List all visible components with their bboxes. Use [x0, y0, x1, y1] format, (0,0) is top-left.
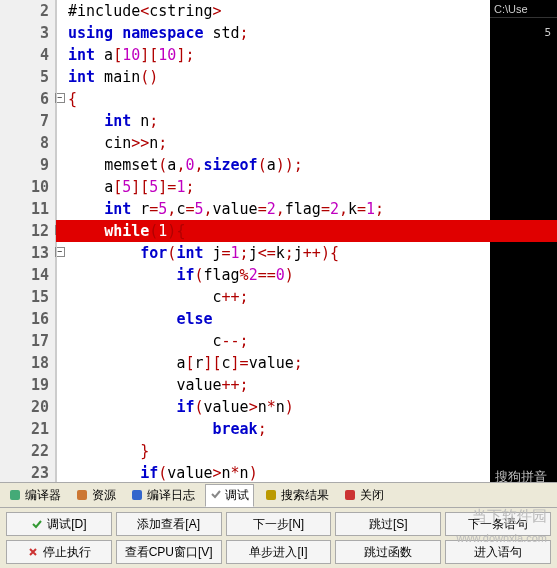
tab-icon	[130, 488, 144, 502]
code-line[interactable]: cin>>n;	[56, 132, 557, 154]
tab-搜索结果[interactable]: 搜索结果	[260, 485, 333, 506]
code-line[interactable]: int r=5,c=5,value=2,flag=2,k=1;	[56, 198, 557, 220]
debug-button-下一步[N][interactable]: 下一步[N]	[226, 512, 332, 536]
debug-button-下一条语句[interactable]: 下一条语句	[445, 512, 551, 536]
line-number: 7	[0, 110, 55, 132]
code-line[interactable]: a[r][c]=value;	[56, 352, 557, 374]
line-number: 20	[0, 396, 55, 418]
line-gutter: 23456−789101112−13−14151617181920212223	[0, 0, 56, 486]
tab-调试[interactable]: 调试	[205, 484, 254, 507]
line-number: 6−	[0, 88, 55, 110]
tab-label: 调试	[225, 487, 249, 504]
tab-icon	[343, 488, 357, 502]
bottom-bar: 编译器资源编译日志调试搜索结果关闭 调试[D]添加查看[A]下一步[N]跳过[S…	[0, 482, 557, 568]
tab-icon	[264, 488, 278, 502]
code-line[interactable]: {	[56, 88, 557, 110]
line-number: 12−	[0, 220, 55, 242]
button-label: 跳过[S]	[369, 516, 408, 533]
current-breakpoint-line[interactable]: while(1){	[56, 220, 557, 242]
tab-label: 编译器	[25, 487, 61, 504]
cross-icon	[27, 546, 39, 558]
line-number: 22	[0, 440, 55, 462]
button-label: 停止执行	[43, 544, 91, 561]
tab-label: 关闭	[360, 487, 384, 504]
button-label: 下一条语句	[468, 516, 528, 533]
debug-button-调试[D][interactable]: 调试[D]	[6, 512, 112, 536]
code-line[interactable]: if(value>n*n)	[56, 462, 557, 484]
line-number: 10	[0, 176, 55, 198]
svg-rect-4	[345, 490, 355, 500]
tab-label: 编译日志	[147, 487, 195, 504]
tab-资源[interactable]: 资源	[71, 485, 120, 506]
check-icon	[210, 488, 222, 503]
code-line[interactable]: for(int j=1;j<=k;j++){	[56, 242, 557, 264]
line-number: 4	[0, 44, 55, 66]
tab-编译日志[interactable]: 编译日志	[126, 485, 199, 506]
debug-button-跳过函数[interactable]: 跳过函数	[335, 540, 441, 564]
svg-rect-0	[10, 490, 20, 500]
line-number: 14	[0, 264, 55, 286]
tab-关闭[interactable]: 关闭	[339, 485, 388, 506]
button-label: 下一步[N]	[253, 516, 304, 533]
code-line[interactable]: else	[56, 308, 557, 330]
button-label: 进入语句	[474, 544, 522, 561]
button-label: 添加查看[A]	[137, 516, 200, 533]
code-line[interactable]: memset(a,0,sizeof(a));	[56, 154, 557, 176]
debug-button-添加查看[A][interactable]: 添加查看[A]	[116, 512, 222, 536]
code-editor[interactable]: 23456−789101112−13−14151617181920212223 …	[0, 0, 557, 486]
svg-rect-1	[77, 490, 87, 500]
line-number: 16	[0, 308, 55, 330]
button-label: 查看CPU窗口[V]	[125, 544, 213, 561]
code-line[interactable]: int n;	[56, 110, 557, 132]
debug-button-停止执行[interactable]: 停止执行	[6, 540, 112, 564]
debug-button-进入语句[interactable]: 进入语句	[445, 540, 551, 564]
code-line[interactable]: using namespace std;	[56, 22, 557, 44]
debug-button-单步进入[I][interactable]: 单步进入[I]	[226, 540, 332, 564]
debug-buttons: 调试[D]添加查看[A]下一步[N]跳过[S]下一条语句 停止执行查看CPU窗口…	[0, 508, 557, 568]
tab-icon	[75, 488, 89, 502]
line-number: 23	[0, 462, 55, 484]
tab-编译器[interactable]: 编译器	[4, 485, 65, 506]
bottom-tabs: 编译器资源编译日志调试搜索结果关闭	[0, 482, 557, 508]
line-number: 19	[0, 374, 55, 396]
code-line[interactable]: if(value>n*n)	[56, 396, 557, 418]
code-line[interactable]: }	[56, 440, 557, 462]
debug-button-查看CPU窗口[V][interactable]: 查看CPU窗口[V]	[116, 540, 222, 564]
line-number: 8	[0, 132, 55, 154]
line-number: 13−	[0, 242, 55, 264]
line-number: 15	[0, 286, 55, 308]
line-number: 3	[0, 22, 55, 44]
line-number: 9	[0, 154, 55, 176]
code-line[interactable]: value++;	[56, 374, 557, 396]
code-line[interactable]: #include<cstring>	[56, 0, 557, 22]
tab-icon	[8, 488, 22, 502]
button-label: 单步进入[I]	[249, 544, 307, 561]
line-number: 18	[0, 352, 55, 374]
svg-rect-2	[132, 490, 142, 500]
code-line[interactable]: c++;	[56, 286, 557, 308]
code-line[interactable]: if(flag%2==0)	[56, 264, 557, 286]
tab-label: 资源	[92, 487, 116, 504]
line-number: 5	[0, 66, 55, 88]
code-line[interactable]: a[5][5]=1;	[56, 176, 557, 198]
button-label: 跳过函数	[364, 544, 412, 561]
check-icon	[31, 518, 43, 530]
line-number: 11	[0, 198, 55, 220]
debug-button-跳过[S][interactable]: 跳过[S]	[335, 512, 441, 536]
code-area[interactable]: #include<cstring>using namespace std;int…	[56, 0, 557, 486]
button-label: 调试[D]	[47, 516, 86, 533]
code-line[interactable]: int a[10][10];	[56, 44, 557, 66]
line-number: 21	[0, 418, 55, 440]
code-line[interactable]: int main()	[56, 66, 557, 88]
tab-label: 搜索结果	[281, 487, 329, 504]
line-number: 2	[0, 0, 55, 22]
svg-rect-3	[266, 490, 276, 500]
code-line[interactable]: break;	[56, 418, 557, 440]
line-number: 17	[0, 330, 55, 352]
code-line[interactable]: c--;	[56, 330, 557, 352]
